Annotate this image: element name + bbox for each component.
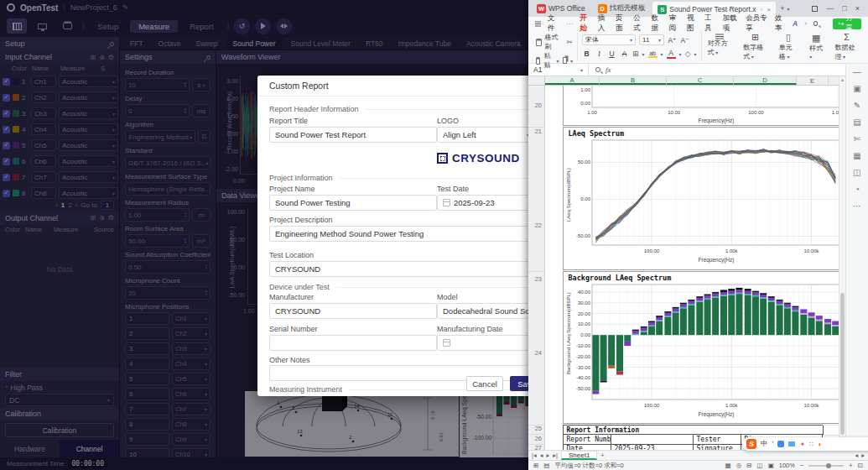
maximize-icon[interactable]: □ bbox=[842, 4, 846, 13]
spreadsheet[interactable]: ABCDE 202122232425262728 1.0010.00100.00… bbox=[528, 76, 845, 450]
tab-list-chevron-icon[interactable]: ▾ bbox=[787, 6, 789, 12]
menu-效率[interactable]: 效率 bbox=[775, 13, 786, 34]
hscroll-right-icon[interactable]: ▸ bbox=[861, 452, 865, 459]
prev-sheet-icon[interactable]: ◂ bbox=[540, 452, 543, 459]
font-a-button[interactable]: A bbox=[620, 50, 629, 58]
table-cell[interactable]: Report Number bbox=[564, 435, 611, 444]
new-tab-button[interactable]: + bbox=[780, 4, 784, 13]
cut-icon[interactable]: ✄ bbox=[854, 134, 860, 144]
fullscreen-icon[interactable]: ⊡ bbox=[858, 462, 863, 469]
serial-number-input[interactable] bbox=[269, 335, 437, 351]
share-button[interactable]: ↪分享 bbox=[833, 18, 861, 29]
page-layout-icon[interactable]: ◫ bbox=[757, 462, 763, 469]
next-sheet-icon[interactable]: ▸ bbox=[546, 452, 549, 459]
table-cell[interactable] bbox=[611, 435, 694, 444]
font-b-button[interactable]: B bbox=[582, 50, 591, 58]
tab-pin-icon[interactable]: ▫ bbox=[761, 6, 763, 13]
restore-icon[interactable] bbox=[812, 6, 818, 12]
normal-view-icon[interactable]: ⊟ bbox=[746, 462, 751, 469]
scroll-up-arrow[interactable]: ▲ bbox=[839, 77, 845, 82]
zoom-level[interactable]: 100% bbox=[779, 462, 795, 469]
font-name-select[interactable]: 宋体▾ bbox=[582, 34, 636, 45]
ime-language-mode[interactable]: 中 bbox=[761, 439, 768, 449]
sogou-logo-icon[interactable]: S bbox=[746, 439, 756, 449]
select-all-corner[interactable] bbox=[528, 76, 545, 85]
scrollbar-thumb[interactable] bbox=[840, 293, 845, 435]
styles-group[interactable]: ▦样式 ▾ bbox=[803, 32, 829, 61]
sheet-tab[interactable]: Sheet1 bbox=[561, 451, 597, 460]
model-input[interactable] bbox=[437, 303, 535, 319]
close-icon[interactable]: × bbox=[855, 4, 860, 13]
row-header-21[interactable]: 21 bbox=[528, 128, 542, 135]
minimize-icon[interactable]: — bbox=[826, 4, 834, 13]
first-sheet-icon[interactable]: |◂ bbox=[532, 452, 537, 459]
format-painter-button[interactable]: 格式刷 bbox=[545, 33, 564, 51]
chart-background-laeq[interactable]: Background LAeq Spectrum40.0030.0020.001… bbox=[563, 271, 846, 424]
row-header-27[interactable]: 27 bbox=[528, 444, 542, 450]
skin-icon[interactable]: ✦ bbox=[799, 441, 805, 448]
row-header-23[interactable]: 23 bbox=[528, 275, 542, 283]
menu-审阅[interactable]: 审阅 bbox=[669, 13, 680, 34]
comment-icon[interactable]: ▤ bbox=[853, 118, 860, 127]
edit-icon[interactable]: ✎ bbox=[854, 101, 860, 110]
vertical-scrollbar[interactable]: ▲ ▼ bbox=[839, 76, 845, 450]
menu-加载项[interactable]: 加载项 bbox=[722, 13, 739, 34]
menu-more[interactable]: ⋯ bbox=[566, 19, 574, 28]
column-header-E[interactable]: E bbox=[797, 76, 829, 85]
row-header-26[interactable]: 26 bbox=[528, 435, 542, 442]
zoom-out-button[interactable]: − bbox=[800, 462, 803, 469]
eraser-icon[interactable]: ◇ bbox=[685, 50, 691, 58]
column-header-D[interactable]: D bbox=[734, 76, 797, 85]
highlight-color-button[interactable]: ab bbox=[648, 50, 657, 58]
row-header-24[interactable]: 24 bbox=[528, 349, 542, 357]
cancel-button[interactable]: Cancel bbox=[466, 376, 503, 391]
zoom-slider[interactable] bbox=[808, 465, 844, 467]
menu-公式[interactable]: 公式 bbox=[633, 13, 644, 34]
grid-view-icon[interactable]: ▦ bbox=[725, 462, 731, 469]
font-color-button[interactable]: A bbox=[667, 49, 676, 59]
menu-开始[interactable]: 开始 bbox=[580, 13, 590, 34]
eye-icon[interactable]: ◎ bbox=[736, 462, 742, 469]
wps-ai-icon[interactable]: A bbox=[793, 19, 798, 28]
row-header-25[interactable]: 25 bbox=[528, 425, 542, 432]
font-u-button[interactable]: U bbox=[607, 50, 616, 58]
punctuation-icon[interactable]: ’ bbox=[772, 440, 774, 448]
chart-icon[interactable]: ▦ bbox=[853, 151, 860, 160]
project-description-input[interactable] bbox=[269, 226, 535, 242]
number-format-group[interactable]: ⊞数字格式 ▾ bbox=[737, 32, 773, 61]
test-location-input[interactable] bbox=[269, 261, 535, 277]
cut-icon[interactable]: ✂ bbox=[566, 38, 573, 46]
row-header-20[interactable]: 20 bbox=[528, 102, 542, 109]
tab-close-icon[interactable]: × bbox=[767, 6, 771, 13]
collapse-icon[interactable]: — bbox=[853, 67, 861, 76]
name-box[interactable]: A1▾ bbox=[528, 64, 589, 76]
last-sheet-icon[interactable]: ▸| bbox=[553, 452, 558, 459]
cursor-icon[interactable]: ◗ bbox=[818, 441, 822, 448]
add-sheet-button[interactable]: + bbox=[600, 452, 604, 459]
data-processing-group[interactable]: Σ数据处理 ▾ bbox=[829, 32, 865, 61]
chart-laeq-spectrum[interactable]: LAeq Spectrum50.000.00-50.00100.001.00k1… bbox=[563, 127, 846, 270]
hscroll-left-icon[interactable]: ◂ bbox=[855, 452, 858, 459]
project-name-input[interactable] bbox=[269, 195, 437, 211]
selection-mode-icon[interactable]: ▤ bbox=[543, 462, 549, 469]
menu-页面[interactable]: 页面 bbox=[616, 13, 626, 34]
mic-icon[interactable] bbox=[777, 441, 784, 447]
cells-group[interactable]: ▯单元格 ▾ bbox=[773, 32, 803, 61]
column-header-B[interactable]: B bbox=[600, 76, 667, 85]
page-break-icon[interactable]: ▣ bbox=[768, 462, 774, 469]
menu-插入[interactable]: 插入 bbox=[598, 13, 609, 34]
help-icon[interactable]: ◔ bbox=[855, 185, 860, 194]
menu-会员专享[interactable]: 会员专享 bbox=[746, 13, 768, 34]
menu-视图[interactable]: 视图 bbox=[687, 13, 698, 34]
test-date-input[interactable]: 2025-09-23 bbox=[437, 195, 535, 211]
zoom-in-button[interactable]: + bbox=[849, 462, 852, 469]
menu-overflow-chevron[interactable]: › bbox=[804, 19, 807, 28]
alignment-group[interactable]: 对齐方式 ▾ bbox=[702, 32, 738, 61]
copy-icon[interactable] bbox=[563, 57, 567, 64]
more-icon[interactable]: ⋯ bbox=[853, 201, 861, 211]
select-icon[interactable]: ▣ bbox=[853, 84, 860, 93]
grow-font-button[interactable]: A⁺ bbox=[668, 36, 677, 44]
manufacturer-input[interactable] bbox=[269, 303, 437, 319]
column-header-C[interactable]: C bbox=[667, 76, 734, 85]
keyboard-icon[interactable] bbox=[788, 441, 795, 446]
